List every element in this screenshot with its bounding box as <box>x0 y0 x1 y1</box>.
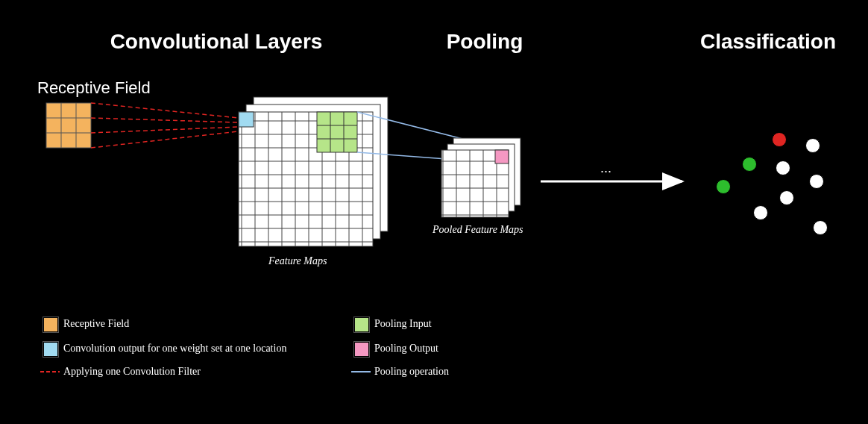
node-white <box>776 160 790 175</box>
legend-line-blue <box>351 370 371 374</box>
node-white <box>805 138 820 153</box>
legend-line-red <box>40 370 60 374</box>
legend-l1: Receptive Field <box>63 318 129 330</box>
conv-filter-lines <box>91 103 239 148</box>
svg-line-7 <box>91 118 239 122</box>
pooling-output-cell <box>495 150 509 163</box>
node-white <box>753 205 768 220</box>
arrow-ellipsis: ... <box>600 160 611 176</box>
node-white <box>813 220 828 235</box>
legend-l3: Applying one Convolution Filter <box>63 366 201 378</box>
node-white <box>809 174 824 189</box>
conv-output-cell <box>239 112 254 127</box>
legend-l2: Convolution output for one weight set at… <box>63 343 286 355</box>
node-white <box>779 190 794 205</box>
receptive-field-grid <box>46 103 91 148</box>
feature-maps-stack <box>239 97 388 246</box>
caption-pooled-maps: Pooled Feature Maps <box>433 224 523 236</box>
legend-swatch-green <box>354 317 369 332</box>
legend-r3: Pooling operation <box>374 366 449 378</box>
node-red <box>772 132 787 147</box>
svg-rect-1 <box>46 103 91 148</box>
pooled-maps-stack <box>441 138 521 217</box>
legend-r2: Pooling Output <box>374 343 438 355</box>
svg-line-8 <box>91 127 239 133</box>
svg-line-6 <box>91 103 239 118</box>
legend-swatch-cyan <box>43 342 58 357</box>
node-green <box>742 157 757 172</box>
legend-r1: Pooling Input <box>374 318 432 330</box>
legend-swatch-pink <box>354 342 369 357</box>
pooling-input-block <box>317 112 357 152</box>
svg-line-9 <box>91 131 239 148</box>
legend-swatch-orange <box>43 317 58 332</box>
classifier-nodes <box>701 116 850 265</box>
caption-feature-maps: Feature Maps <box>268 255 327 267</box>
node-green <box>716 179 731 194</box>
